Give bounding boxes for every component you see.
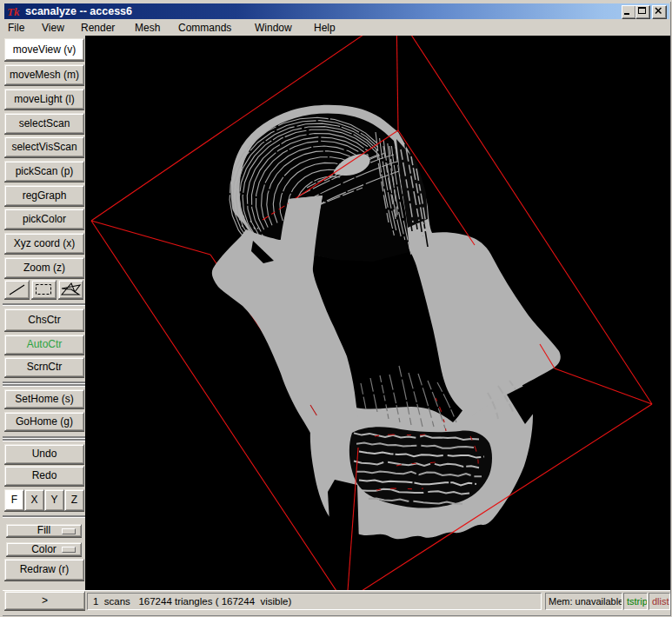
- svg-text:Tk: Tk: [7, 5, 20, 18]
